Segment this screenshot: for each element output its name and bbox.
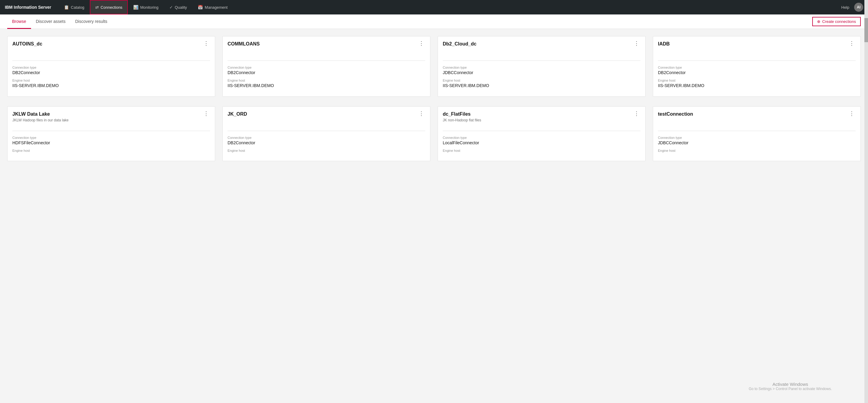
- connection-card-IADB: IADB ⋮ Connection type DB2Connector Engi…: [653, 36, 861, 97]
- quality-icon: ✓: [169, 5, 173, 10]
- nav-item-quality[interactable]: ✓ Quality: [164, 0, 192, 14]
- connection-type-value: DB2Connector: [227, 140, 425, 145]
- tab-discover-assets[interactable]: Discover assets: [31, 14, 70, 29]
- catalog-icon: 📋: [64, 5, 69, 10]
- card-title: JK_ORD: [227, 111, 417, 117]
- subnav-tabs: Browse Discover assets Discovery results: [7, 14, 812, 29]
- connection-type-field: Connection type DB2Connector: [12, 66, 210, 75]
- top-navigation: IBM Information Server 📋 Catalog ⇄ Conne…: [0, 0, 868, 14]
- card-title: testConnection: [658, 111, 848, 117]
- connection-card-JK-ORD: JK_ORD ⋮ Connection type DB2Connector En…: [222, 106, 430, 161]
- connection-type-field: Connection type HDFSFileConnector: [12, 136, 210, 145]
- card-menu-button[interactable]: ⋮: [848, 41, 856, 46]
- card-title: AUTOINS_dc: [12, 41, 202, 47]
- nav-catalog-label: Catalog: [71, 5, 84, 10]
- engine-host-label: Engine host: [658, 78, 856, 82]
- card-menu-button[interactable]: ⋮: [417, 41, 425, 46]
- card-menu-button[interactable]: ⋮: [417, 111, 425, 116]
- connection-type-label: Connection type: [227, 66, 425, 69]
- card-header: AUTOINS_dc ⋮: [7, 36, 215, 61]
- card-subtitle: JKLW Hadoop files in our data lake: [12, 118, 202, 122]
- nav-item-monitoring[interactable]: 📊 Monitoring: [128, 0, 164, 14]
- nav-item-management[interactable]: 📅 Management: [192, 0, 233, 14]
- card-title-area: testConnection: [658, 111, 848, 118]
- card-title: IADB: [658, 41, 848, 47]
- app-brand: IBM Information Server: [5, 5, 51, 10]
- card-body: Connection type DB2Connector Engine host…: [653, 61, 861, 96]
- connection-type-field: Connection type DB2Connector: [227, 136, 425, 145]
- engine-host-field: Engine host: [12, 149, 210, 153]
- connection-type-label: Connection type: [227, 136, 425, 139]
- nav-management-label: Management: [205, 5, 227, 10]
- connection-type-value: DB2Connector: [658, 70, 856, 75]
- engine-host-label: Engine host: [12, 149, 210, 153]
- card-title-area: dc_FlatFiles JK non-Hadoop flat files: [443, 111, 632, 122]
- card-body: Connection type DB2Connector Engine host: [223, 131, 430, 161]
- card-menu-button[interactable]: ⋮: [202, 111, 210, 116]
- card-title-area: IADB: [658, 41, 848, 48]
- card-menu-button[interactable]: ⋮: [632, 41, 641, 46]
- card-title-area: Db2_Cloud_dc: [443, 41, 632, 48]
- engine-host-field: Engine host IIS-SERVER.IBM.DEMO: [658, 78, 856, 88]
- connection-type-label: Connection type: [12, 66, 210, 69]
- connection-card-JKLW-Data-Lake: JKLW Data Lake JKLW Hadoop files in our …: [7, 106, 215, 161]
- connection-type-label: Connection type: [658, 66, 856, 69]
- card-header: COMMLOANS ⋮: [223, 36, 430, 61]
- connections-icon: ⇄: [95, 5, 99, 10]
- card-body: Connection type JDBCConnector Engine hos…: [653, 131, 861, 161]
- nav-item-catalog[interactable]: 📋 Catalog: [59, 0, 90, 14]
- card-subtitle: JK non-Hadoop flat files: [443, 118, 632, 122]
- engine-host-label: Engine host: [227, 149, 425, 153]
- nav-quality-label: Quality: [175, 5, 187, 10]
- engine-host-value: IIS-SERVER.IBM.DEMO: [227, 83, 425, 88]
- card-menu-button[interactable]: ⋮: [202, 41, 210, 46]
- card-grid-row1: AUTOINS_dc ⋮ Connection type DB2Connecto…: [7, 36, 861, 97]
- engine-host-label: Engine host: [12, 78, 210, 82]
- connection-type-field: Connection type DB2Connector: [227, 66, 425, 75]
- card-body: Connection type HDFSFileConnector Engine…: [7, 131, 215, 161]
- card-menu-button[interactable]: ⋮: [632, 111, 641, 116]
- connection-type-label: Connection type: [443, 66, 641, 69]
- card-menu-button[interactable]: ⋮: [848, 111, 856, 116]
- card-body: Connection type JDBCConnector Engine hos…: [438, 61, 645, 96]
- scrollbar-thumb[interactable]: [864, 18, 868, 42]
- card-header: JKLW Data Lake JKLW Hadoop files in our …: [7, 107, 215, 131]
- connection-card-Db2-Cloud-dc: Db2_Cloud_dc ⋮ Connection type JDBCConne…: [438, 36, 646, 97]
- management-icon: 📅: [198, 5, 203, 10]
- engine-host-label: Engine host: [227, 78, 425, 82]
- card-header: JK_ORD ⋮: [223, 107, 430, 131]
- scrollbar-track[interactable]: [864, 0, 868, 403]
- main-content: AUTOINS_dc ⋮ Connection type DB2Connecto…: [0, 29, 868, 403]
- card-header: testConnection ⋮: [653, 107, 861, 131]
- card-body: Connection type LocalFileConnector Engin…: [438, 131, 645, 161]
- create-connections-button[interactable]: ⊕ Create connections: [812, 17, 861, 26]
- connection-type-field: Connection type JDBCConnector: [658, 136, 856, 145]
- tab-discovery-results[interactable]: Discovery results: [70, 14, 113, 29]
- connection-card-testConnection: testConnection ⋮ Connection type JDBCCon…: [653, 106, 861, 161]
- help-link[interactable]: Help: [841, 5, 849, 10]
- user-avatar[interactable]: AI: [854, 3, 863, 12]
- connection-type-label: Connection type: [443, 136, 641, 139]
- monitoring-icon: 📊: [133, 5, 138, 10]
- connection-type-value: DB2Connector: [12, 70, 210, 75]
- card-body: Connection type DB2Connector Engine host…: [7, 61, 215, 96]
- connection-card-COMMLOANS: COMMLOANS ⋮ Connection type DB2Connector…: [222, 36, 430, 97]
- create-connections-label: Create connections: [822, 19, 856, 24]
- engine-host-field: Engine host: [227, 149, 425, 153]
- tab-browse[interactable]: Browse: [7, 14, 31, 29]
- engine-host-value: IIS-SERVER.IBM.DEMO: [12, 83, 210, 88]
- card-title: Db2_Cloud_dc: [443, 41, 632, 47]
- connection-type-value: DB2Connector: [227, 70, 425, 75]
- engine-host-label: Engine host: [658, 149, 856, 153]
- connection-card-dc-FlatFiles: dc_FlatFiles JK non-Hadoop flat files ⋮ …: [438, 106, 646, 161]
- connection-type-field: Connection type LocalFileConnector: [443, 136, 641, 145]
- connection-type-field: Connection type JDBCConnector: [443, 66, 641, 75]
- card-grid-row2: JKLW Data Lake JKLW Hadoop files in our …: [7, 106, 861, 161]
- nav-item-connections[interactable]: ⇄ Connections: [90, 0, 128, 14]
- connection-type-value: JDBCConnector: [443, 70, 641, 75]
- card-title-area: JKLW Data Lake JKLW Hadoop files in our …: [12, 111, 202, 122]
- card-header: Db2_Cloud_dc ⋮: [438, 36, 645, 61]
- nav-items: 📋 Catalog ⇄ Connections 📊 Monitoring ✓ Q…: [59, 0, 841, 14]
- card-header: IADB ⋮: [653, 36, 861, 61]
- engine-host-label: Engine host: [443, 149, 641, 153]
